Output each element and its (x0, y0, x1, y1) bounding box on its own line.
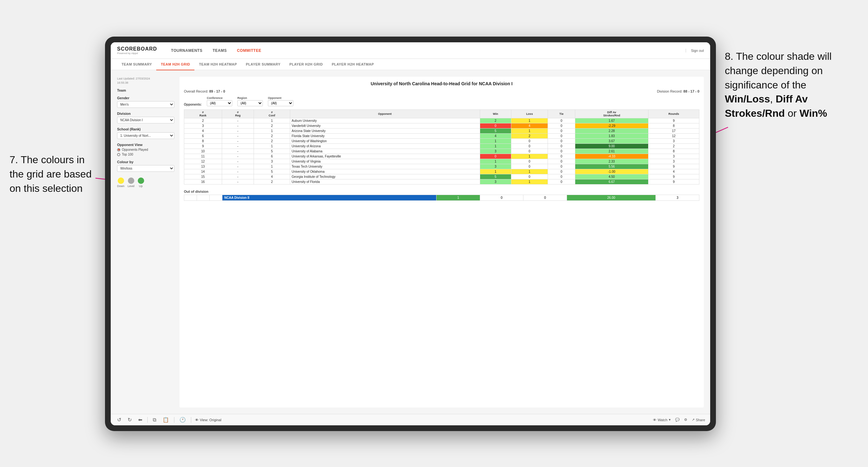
gender-select[interactable]: Men's (117, 101, 174, 108)
cell-win: 0 (480, 154, 511, 159)
clock-btn[interactable]: 🕐 (178, 416, 187, 424)
sign-out-link[interactable]: Sign out (686, 49, 704, 53)
annotation-left-number: 7. (9, 154, 18, 165)
cell-rounds: 3 (648, 159, 699, 164)
out-div-rounds: 3 (656, 195, 700, 201)
radio-top100[interactable]: Top 100 (117, 153, 174, 156)
cell-reg: - (222, 139, 254, 144)
subnav-player-h2h-grid[interactable]: PLAYER H2H GRID (285, 59, 327, 70)
annotation-left: 7. The colours in the grid are based on … (9, 153, 99, 195)
cell-opponent: University of Florida (290, 179, 480, 185)
th-rank: #Rank (184, 110, 222, 118)
cell-rank: 11 (184, 154, 222, 159)
table-row: 10 - 5 University of Alabama 3 0 0 2.61 … (184, 149, 700, 154)
subnav-team-h2h-grid[interactable]: TEAM H2H GRID (156, 59, 194, 70)
cell-rounds: 8 (648, 149, 699, 154)
comment-btn[interactable]: 💬 (675, 418, 680, 422)
view-original[interactable]: 👁 View: Original (195, 418, 221, 422)
cell-loss: 0 (511, 159, 548, 164)
region-select[interactable]: (All) (237, 100, 263, 106)
cell-reg: - (222, 123, 254, 128)
cell-loss: 1 (511, 169, 548, 174)
cell-diff: 2.28 (575, 128, 648, 134)
opponents-label: Opponents: (184, 103, 202, 106)
cell-rounds: 12 (648, 134, 699, 139)
copy-btn[interactable]: ⧉ (151, 416, 157, 424)
out-div-win: 1 (437, 195, 480, 201)
subnav-team-summary[interactable]: TEAM SUMMARY (117, 59, 156, 70)
division-record: Division Record: 88 - 17 - 0 (657, 89, 700, 93)
cell-win: 1 (480, 139, 511, 144)
cell-rank: 9 (184, 144, 222, 149)
region-filter: Region (All) (237, 96, 263, 106)
table-row: 3 - 2 Vanderbilt University 0 4 0 -2.29 … (184, 123, 700, 128)
table-row: 13 - 1 Texas Tech University 3 0 0 5.56 … (184, 164, 700, 169)
cell-opponent: University of Arizona (290, 144, 480, 149)
conference-select[interactable]: (All) (207, 100, 232, 106)
last-updated: Last Updated: 27/03/2024 16:55:38 (117, 77, 174, 85)
table-row: 2 - 1 Auburn University 2 1 0 1.67 9 (184, 118, 700, 123)
watch-btn[interactable]: 👁 Watch ▾ (653, 418, 671, 422)
settings-btn[interactable]: ⚙ (684, 418, 687, 422)
cell-conf: 2 (254, 134, 290, 139)
division-section: Division NCAA Division I (117, 112, 174, 123)
cell-opponent: Texas Tech University (290, 164, 480, 169)
opponent-select[interactable]: (All) (268, 100, 293, 106)
logo-text: SCOREBOARD (117, 46, 157, 52)
cell-rounds: 9 (648, 164, 699, 169)
school-select[interactable]: 1. University of Nort... (117, 132, 174, 139)
cell-conf: 1 (254, 128, 290, 134)
cell-tie: 0 (548, 154, 575, 159)
back-btn[interactable]: ⬅ (137, 416, 144, 424)
cell-reg: - (222, 134, 254, 139)
team-section: Team (117, 88, 174, 92)
radio-opponents-played[interactable]: Opponents Played (117, 148, 174, 151)
annotation-right-text: The colour shade will change depending o… (725, 51, 832, 91)
cell-conf: 3 (254, 159, 290, 164)
nav-teams[interactable]: TEAMS (208, 46, 231, 55)
subnav-team-h2h-heatmap[interactable]: TEAM H2H HEATMAP (194, 59, 241, 70)
gender-section: Gender Men's (117, 96, 174, 108)
subnav-player-summary[interactable]: PLAYER SUMMARY (242, 59, 285, 70)
cell-rank: 13 (184, 164, 222, 169)
cell-tie: 0 (548, 179, 575, 185)
cell-rank: 12 (184, 159, 222, 164)
share-btn[interactable]: ↗ Share (692, 418, 705, 422)
colour-by-select[interactable]: Win/loss (117, 165, 174, 172)
table-row: 15 - 4 Georgia Institute of Technology 5… (184, 174, 700, 179)
division-select[interactable]: NCAA Division I (117, 117, 174, 123)
tablet-screen: SCOREBOARD Powered by clippd TOURNAMENTS… (111, 42, 710, 425)
nav-tournaments[interactable]: TOURNAMENTS (167, 46, 207, 55)
paste-btn[interactable]: 📋 (161, 416, 170, 424)
team-label: Team (117, 88, 174, 92)
cell-opponent: Auburn University (290, 118, 480, 123)
subnav-player-h2h-heatmap[interactable]: PLAYER H2H HEATMAP (328, 59, 379, 70)
cell-rounds: 4 (648, 169, 699, 174)
cell-tie: 0 (548, 139, 575, 144)
th-diff: Diff AvStrokes/Rnd (575, 110, 648, 118)
cell-rank: 2 (184, 118, 222, 123)
logo-sub: Powered by clippd (117, 52, 157, 55)
cell-diff: 5.56 (575, 164, 648, 169)
data-table: #Rank #Reg #Conf Opponent Win Loss Tie D… (184, 110, 700, 185)
cell-reg: - (222, 159, 254, 164)
cell-rounds: 9 (648, 179, 699, 185)
cell-tie: 0 (548, 164, 575, 169)
redo-btn[interactable]: ↻ (126, 416, 133, 424)
toolbar-divider1 (147, 417, 148, 423)
nav-committee[interactable]: COMMITTEE (232, 46, 266, 55)
grid-area: University of North Carolina Head-to-Hea… (180, 77, 704, 407)
cell-rounds: 3 (648, 154, 699, 159)
cell-tie: 0 (548, 118, 575, 123)
cell-conf: 2 (254, 179, 290, 185)
cell-diff: 1.67 (575, 118, 648, 123)
table-row: 8 - 2 University of Washington 1 0 0 3.6… (184, 139, 700, 144)
colour-legend: Down Level Up (117, 178, 174, 188)
cell-win: 4 (480, 134, 511, 139)
undo-btn[interactable]: ↺ (116, 416, 123, 424)
table-row: 12 - 3 University of Virginia 1 0 0 2.33… (184, 159, 700, 164)
cell-win: 1 (480, 159, 511, 164)
th-rounds: Rounds (648, 110, 699, 118)
cell-rounds: 9 (648, 174, 699, 179)
th-opponent: Opponent (290, 110, 480, 118)
